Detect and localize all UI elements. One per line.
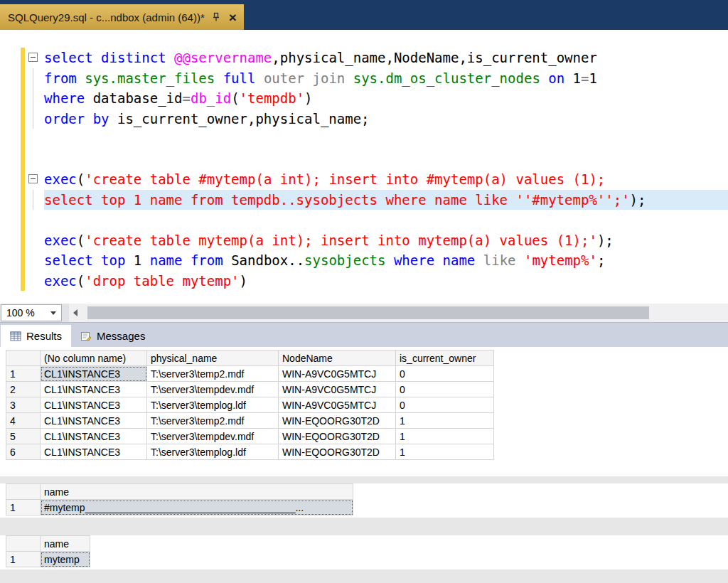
grid-corner[interactable]: [6, 536, 41, 552]
code-gutter: [0, 88, 44, 109]
column-header[interactable]: name: [41, 484, 353, 500]
grid-splitter[interactable]: [0, 476, 728, 483]
row-header[interactable]: 1: [6, 552, 41, 567]
grid-cell[interactable]: CL1\INSTANCE3: [41, 429, 147, 444]
code-line[interactable]: select top 1 name from tempdb..sysobject…: [0, 190, 728, 210]
table-row: 1#mytemp________________________________…: [6, 500, 353, 515]
row-header[interactable]: 5: [6, 429, 41, 444]
code-line-text: exec('drop table mytemp'): [44, 271, 728, 292]
code-line[interactable]: select distinct @@servername,physical_na…: [0, 48, 728, 68]
pin-icon[interactable]: [211, 12, 221, 22]
column-header[interactable]: physical_name: [147, 351, 279, 366]
table-row: 2CL1\INSTANCE3T:\server3\tempdev.mdfWIN-…: [6, 382, 494, 397]
grid-cell[interactable]: T:\server3\tempdev.mdf: [147, 429, 279, 444]
grid-cell[interactable]: 1: [396, 413, 494, 429]
row-header[interactable]: 3: [6, 397, 41, 413]
document-tab-title: SQLQuery29.sql - c...ndbox (admin (64))*: [8, 11, 205, 23]
tab-messages[interactable]: Messages: [71, 325, 154, 347]
code-line[interactable]: select top 1 name from Sandbox..sysobjec…: [0, 250, 728, 271]
grid-cell[interactable]: T:\server3\temp2.mdf: [147, 366, 279, 382]
grid-cell[interactable]: T:\server3\temp2.mdf: [147, 413, 279, 429]
code-line[interactable]: where database_id=db_id('tempdb'): [0, 88, 728, 109]
grid-cell[interactable]: #mytemp_________________________________…: [41, 500, 353, 515]
code-line[interactable]: from sys.master_files full outer join sy…: [0, 68, 728, 89]
row-header[interactable]: 4: [6, 413, 41, 429]
grid-cell[interactable]: CL1\INSTANCE3: [41, 397, 147, 413]
grid-cell[interactable]: WIN-EQOORG30T2D: [279, 413, 396, 429]
code-gutter: [0, 68, 44, 89]
code-line[interactable]: exec('drop table mytemp'): [0, 271, 728, 292]
table-row: 1CL1\INSTANCE3T:\server3\temp2.mdfWIN-A9…: [6, 366, 494, 382]
code-gutter: [0, 210, 44, 230]
tab-messages-label: Messages: [97, 330, 145, 342]
grid-cell[interactable]: 1: [396, 429, 494, 444]
grid-cell[interactable]: T:\server3\tempdev.mdf: [147, 382, 279, 397]
table-row: 5CL1\INSTANCE3T:\server3\tempdev.mdfWIN-…: [6, 429, 494, 444]
code-line-text: select top 1 name from Sandbox..sysobjec…: [44, 250, 728, 271]
fold-collapse-icon[interactable]: [28, 53, 38, 62]
grid-cell[interactable]: CL1\INSTANCE3: [41, 382, 147, 397]
grid-cell[interactable]: mytemp: [41, 552, 90, 567]
code-area[interactable]: select distinct @@servername,physical_na…: [0, 30, 728, 291]
code-line[interactable]: [0, 149, 728, 170]
fold-guide-line: [33, 68, 33, 89]
grid-cell[interactable]: CL1\INSTANCE3: [41, 413, 147, 429]
code-line-text: where database_id=db_id('tempdb'): [44, 88, 728, 109]
document-tab[interactable]: SQLQuery29.sql - c...ndbox (admin (64))*…: [0, 4, 244, 30]
code-gutter: [0, 230, 44, 251]
grid-cell[interactable]: WIN-A9VC0G5MTCJ: [279, 397, 396, 413]
grid-corner[interactable]: [6, 351, 41, 366]
scroll-left-button[interactable]: [69, 309, 82, 316]
code-line-text: exec('create table #mytemp(a int); inser…: [44, 169, 728, 190]
grid-splitter[interactable]: [0, 518, 728, 535]
code-line-text: [44, 129, 728, 149]
chevron-down-icon: [50, 311, 56, 315]
code-line-text: [44, 149, 728, 170]
tab-results[interactable]: Results: [1, 325, 71, 347]
grid-cell[interactable]: CL1\INSTANCE3: [41, 444, 147, 460]
horizontal-scrollbar[interactable]: [69, 304, 728, 322]
code-line[interactable]: [0, 129, 728, 149]
grid-cell[interactable]: WIN-EQOORG30T2D: [279, 429, 396, 444]
left-arrow-icon: [73, 309, 77, 316]
code-line[interactable]: exec('create table mytemp(a int); insert…: [0, 230, 728, 251]
grid-cell[interactable]: CL1\INSTANCE3: [41, 366, 147, 382]
grid-cell[interactable]: 0: [396, 382, 494, 397]
row-header[interactable]: 2: [6, 382, 41, 397]
grid-cell[interactable]: 0: [396, 397, 494, 413]
row-header[interactable]: 6: [6, 444, 41, 460]
code-line-text: exec('create table mytemp(a int); insert…: [44, 230, 728, 251]
sql-editor[interactable]: select distinct @@servername,physical_na…: [0, 30, 728, 304]
code-gutter: [0, 250, 44, 271]
code-line-text: select top 1 name from tempdb..sysobject…: [44, 190, 728, 210]
grid-cell[interactable]: T:\server3\templog.ldf: [147, 397, 279, 413]
code-line-text: select distinct @@servername,physical_na…: [44, 48, 728, 68]
code-gutter: [0, 149, 44, 170]
code-line-text: [44, 210, 728, 230]
code-line[interactable]: [0, 210, 728, 230]
column-header[interactable]: is_current_owner: [396, 351, 494, 366]
grid-cell[interactable]: WIN-A9VC0G5MTCJ: [279, 366, 396, 382]
grid-cell[interactable]: 1: [396, 444, 494, 460]
fold-collapse-icon[interactable]: [28, 174, 38, 183]
row-header[interactable]: 1: [6, 366, 41, 382]
zoom-dropdown[interactable]: 100 %: [1, 304, 62, 321]
scrollbar-thumb[interactable]: [87, 306, 649, 319]
fold-guide-line: [33, 88, 33, 109]
code-line[interactable]: order by is_current_owner,physical_name;: [0, 109, 728, 129]
close-icon[interactable]: ×: [229, 11, 237, 24]
zoom-value: 100 %: [6, 307, 35, 319]
grid-cell[interactable]: WIN-A9VC0G5MTCJ: [279, 382, 396, 397]
column-header[interactable]: (No column name): [41, 351, 147, 366]
fold-guide-line: [33, 190, 33, 210]
grid-corner[interactable]: [6, 484, 41, 500]
column-header[interactable]: NodeName: [279, 351, 396, 366]
grid-cell[interactable]: 0: [396, 366, 494, 382]
code-line[interactable]: exec('create table #mytemp(a int); inser…: [0, 169, 728, 190]
grid-cell[interactable]: WIN-EQOORG30T2D: [279, 444, 396, 460]
grid-cell[interactable]: T:\server3\templog.ldf: [147, 444, 279, 460]
results-tab-bar: Results Messages: [0, 322, 728, 347]
tab-results-label: Results: [26, 330, 62, 342]
row-header[interactable]: 1: [6, 500, 41, 515]
column-header[interactable]: name: [41, 536, 90, 552]
